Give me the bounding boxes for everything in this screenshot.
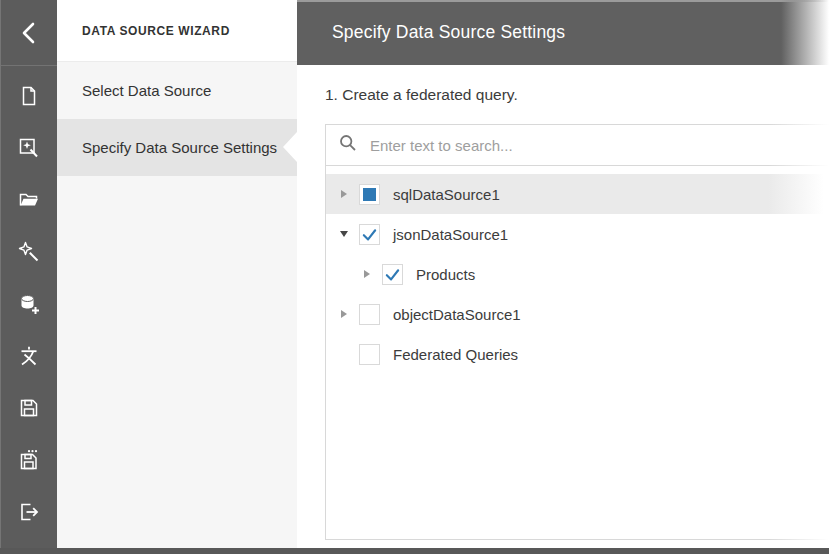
- wizard-nav-panel: DATA SOURCE WIZARD Select Data Source Sp…: [57, 0, 297, 548]
- tree-node-label: Products: [416, 266, 475, 283]
- toolbar-sidebar: [0, 0, 57, 548]
- search-icon: [339, 134, 357, 156]
- main-content: Specify Data Source Settings 1. Create a…: [297, 0, 829, 548]
- page-header: Specify Data Source Settings: [297, 0, 829, 65]
- expand-collapsed-icon[interactable]: [357, 270, 377, 278]
- nav-item-specify-data-source-settings[interactable]: Specify Data Source Settings: [57, 119, 297, 176]
- selected-item-notch: [283, 132, 297, 162]
- report-wizard-button[interactable]: [1, 122, 57, 174]
- data-source-tree: sqlDataSource1 jsonDataSource1 Products: [326, 166, 829, 374]
- nav-item-select-data-source[interactable]: Select Data Source: [57, 62, 297, 119]
- save-as-icon: [17, 448, 41, 472]
- search-input[interactable]: [370, 137, 829, 154]
- expand-collapsed-icon[interactable]: [334, 310, 354, 318]
- add-data-source-icon: [17, 292, 41, 316]
- back-button[interactable]: [1, 0, 57, 66]
- data-source-wizard-window: DATA SOURCE WIZARD Select Data Source Sp…: [0, 0, 829, 554]
- window-bottom-bar: [0, 548, 829, 554]
- tree-row-products[interactable]: Products: [326, 254, 829, 294]
- tree-row-objectdatasource1[interactable]: objectDataSource1: [326, 294, 829, 334]
- nav-item-label: Select Data Source: [82, 82, 211, 99]
- tree-node-label: objectDataSource1: [393, 306, 521, 323]
- expand-expanded-icon[interactable]: [334, 231, 354, 237]
- tree-row-jsondatasource1[interactable]: jsonDataSource1: [326, 214, 829, 254]
- save-button[interactable]: [1, 382, 57, 434]
- open-report-button[interactable]: [1, 174, 57, 226]
- tree-row-sqldatasource1[interactable]: sqlDataSource1: [326, 174, 829, 214]
- checkbox-unchecked[interactable]: [359, 304, 380, 325]
- federated-query-panel: sqlDataSource1 jsonDataSource1 Products: [325, 124, 829, 540]
- step-label: 1. Create a federated query.: [325, 86, 829, 104]
- add-data-source-button[interactable]: [1, 278, 57, 330]
- nav-item-label: Specify Data Source Settings: [82, 139, 277, 156]
- localization-button[interactable]: [1, 330, 57, 382]
- exit-icon: [17, 500, 41, 524]
- localization-icon: [17, 344, 41, 368]
- chevron-left-icon: [19, 20, 39, 46]
- magic-wand-icon: [17, 240, 41, 264]
- tree-node-label: Federated Queries: [393, 346, 518, 363]
- wizard-button[interactable]: [1, 226, 57, 278]
- tree-node-label: sqlDataSource1: [393, 186, 500, 203]
- new-report-button[interactable]: [1, 70, 57, 122]
- checkbox-unchecked[interactable]: [359, 344, 380, 365]
- checkbox-indeterminate[interactable]: [359, 184, 380, 205]
- checkbox-checked[interactable]: [382, 264, 403, 285]
- search-box: [326, 124, 829, 166]
- new-report-icon: [17, 84, 41, 108]
- expand-collapsed-icon[interactable]: [334, 190, 354, 198]
- exit-button[interactable]: [1, 486, 57, 538]
- checkbox-checked[interactable]: [359, 224, 380, 245]
- tree-node-label: jsonDataSource1: [393, 226, 508, 243]
- tree-row-federated-queries[interactable]: Federated Queries: [326, 334, 829, 374]
- report-wizard-icon: [17, 136, 41, 160]
- save-icon: [17, 396, 41, 420]
- save-as-button[interactable]: [1, 434, 57, 486]
- open-report-icon: [17, 188, 41, 212]
- page-title: Specify Data Source Settings: [332, 22, 565, 43]
- toolbar-icons: [1, 66, 57, 538]
- wizard-nav-title: DATA SOURCE WIZARD: [57, 0, 297, 62]
